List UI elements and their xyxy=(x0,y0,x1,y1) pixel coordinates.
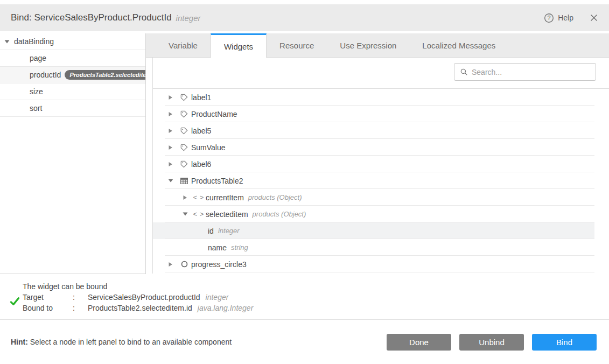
bind-button[interactable]: Bind xyxy=(532,334,597,351)
status-row-colon: : xyxy=(73,292,88,303)
databinding-panel: dataBindingpageproductIdProductsTable2.s… xyxy=(0,33,146,274)
widget-node-label: label5 xyxy=(191,127,211,135)
search-icon xyxy=(460,68,468,76)
arrow-right-icon[interactable] xyxy=(168,162,177,167)
status-row-label: Target xyxy=(23,292,73,303)
widget-tree: label1ProductNamelabel5SumValuelabel6Pro… xyxy=(153,89,594,272)
status-row-type: java.lang.Integer xyxy=(198,303,254,313)
object-icon: < > xyxy=(192,210,206,218)
table-icon xyxy=(177,177,191,185)
arrow-down-icon[interactable] xyxy=(4,39,14,44)
binding-node-label: size xyxy=(30,87,43,96)
widget-node-label5[interactable]: label5 xyxy=(153,122,594,139)
binding-node-label: dataBinding xyxy=(14,37,54,46)
tab-resource[interactable]: Resource xyxy=(267,33,327,57)
widget-node-label: selecteditem xyxy=(206,210,248,219)
widget-node-ProductName[interactable]: ProductName xyxy=(153,106,594,122)
arrow-right-icon[interactable] xyxy=(168,111,177,117)
tag-icon xyxy=(177,93,191,102)
widget-node-label1[interactable]: label1 xyxy=(153,89,594,106)
arrow-down-icon[interactable] xyxy=(168,178,177,183)
status-row-colon: : xyxy=(73,303,88,313)
widget-node-type: products (Object) xyxy=(253,210,306,218)
tab-localized-messages[interactable]: Localized Messages xyxy=(409,33,508,57)
dialog-title: Bind: ServiceSalesByProduct.ProductId xyxy=(11,12,172,23)
success-check-icon xyxy=(6,281,23,319)
tag-icon xyxy=(177,127,191,135)
help-icon: ? xyxy=(544,13,554,23)
widget-node-currentItem[interactable]: < >currentItemproducts (Object) xyxy=(153,189,594,206)
search-input[interactable] xyxy=(472,68,590,76)
widget-node-name[interactable]: namestring xyxy=(153,239,594,256)
binding-status: The widget can be bound Target:ServiceSa… xyxy=(0,274,609,320)
widget-node-progress_circle3[interactable]: progress_circle3 xyxy=(153,256,594,272)
status-row-value: ServiceSalesByProduct.productId xyxy=(88,292,200,303)
binding-node-label: sort xyxy=(30,104,42,113)
dialog-title-type: integer xyxy=(176,13,201,23)
widget-node-type: integer xyxy=(218,227,240,235)
done-button[interactable]: Done xyxy=(387,334,451,351)
arrow-right-icon[interactable] xyxy=(168,95,177,100)
widget-node-ProductsTable2[interactable]: ProductsTable2 xyxy=(153,172,594,189)
hint-text: Hint: Select a node in left panel to bin… xyxy=(11,338,232,346)
tag-icon xyxy=(177,160,191,169)
arrow-right-icon[interactable] xyxy=(183,195,192,200)
widget-node-selecteditem[interactable]: < >selecteditemproducts (Object) xyxy=(153,206,594,222)
tab-use-expression[interactable]: Use Expression xyxy=(327,33,409,57)
widget-node-type: products (Object) xyxy=(248,193,302,201)
bound-expression-badge: ProductsTable2.selecteditem xyxy=(65,70,145,80)
widgets-panel: label1ProductNamelabel5SumValuelabel6Pro… xyxy=(152,58,609,274)
binding-node-sort[interactable]: sort xyxy=(0,100,145,117)
widget-node-type: string xyxy=(231,243,248,251)
help-label: Help xyxy=(558,13,573,22)
widget-node-label: SumValue xyxy=(191,143,226,152)
close-icon[interactable] xyxy=(590,13,598,22)
widget-node-SumValue[interactable]: SumValue xyxy=(153,139,594,156)
tag-icon xyxy=(177,143,191,152)
tab-variable[interactable]: Variable xyxy=(156,33,211,57)
binding-node-label: productId xyxy=(30,71,61,79)
widget-node-label: name xyxy=(208,243,227,252)
tab-bar: VariableWidgetsResourceUse ExpressionLoc… xyxy=(146,33,609,58)
status-row-target: Target:ServiceSalesByProduct.productIdin… xyxy=(23,292,253,303)
object-icon: < > xyxy=(192,193,206,201)
widget-node-id[interactable]: idinteger xyxy=(153,222,594,239)
widget-node-label: label6 xyxy=(191,160,211,169)
widget-node-label6[interactable]: label6 xyxy=(153,156,594,172)
arrow-right-icon[interactable] xyxy=(168,128,177,134)
binding-node-size[interactable]: size xyxy=(0,83,145,100)
widget-node-label: ProductsTable2 xyxy=(191,177,243,185)
arrow-right-icon[interactable] xyxy=(168,145,177,150)
bind-dialog: Bind: ServiceSalesByProduct.ProductId in… xyxy=(0,0,609,364)
status-message: The widget can be bound xyxy=(23,281,253,292)
binding-node-page[interactable]: page xyxy=(0,50,145,67)
dialog-footer: Hint: Select a node in left panel to bin… xyxy=(0,320,609,364)
binding-node-productId[interactable]: productIdProductsTable2.selecteditem xyxy=(0,67,145,83)
tag-icon xyxy=(177,110,191,118)
widget-node-label: label1 xyxy=(191,93,211,102)
unbind-button[interactable]: Unbind xyxy=(459,334,524,351)
status-row-value: ProductsTable2.selecteditem.id xyxy=(88,303,192,313)
arrow-right-icon[interactable] xyxy=(168,262,177,267)
binding-node-label: page xyxy=(30,54,46,62)
status-row-type: integer xyxy=(206,292,229,303)
binding-node-dataBinding[interactable]: dataBinding xyxy=(0,33,145,50)
svg-text:?: ? xyxy=(548,15,551,21)
dialog-header: Bind: ServiceSalesByProduct.ProductId in… xyxy=(0,4,609,31)
arrow-down-icon[interactable] xyxy=(183,212,192,216)
help-button[interactable]: ? Help xyxy=(544,13,573,23)
tab-widgets[interactable]: Widgets xyxy=(211,33,267,58)
status-row-label: Bound to xyxy=(23,303,73,313)
widget-node-label: ProductName xyxy=(191,110,237,118)
widget-node-label: progress_circle3 xyxy=(191,260,247,269)
widget-node-label: currentItem xyxy=(206,193,244,202)
status-row-bound-to: Bound to:ProductsTable2.selecteditem.idj… xyxy=(23,303,253,313)
circle-icon xyxy=(177,260,191,268)
search-box xyxy=(454,63,596,81)
search-area xyxy=(153,58,609,89)
widget-node-label: id xyxy=(208,227,214,235)
